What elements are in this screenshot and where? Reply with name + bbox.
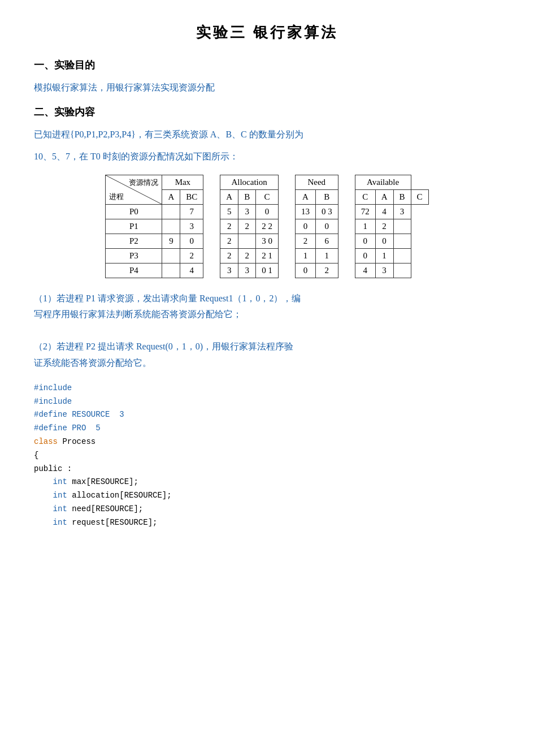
header-top-right: 资源情况 [129, 178, 158, 188]
header-max: Max [162, 175, 203, 189]
code-line-1: #include [34, 382, 500, 395]
section2-body1: 已知进程{P0,P1,P2,P3,P4}，有三类系统资源 A、B、C 的数量分别… [34, 127, 500, 142]
subheader-avail-c: B [393, 189, 411, 204]
subheader-alloc-c: C [256, 189, 279, 204]
table-row-p3: P3 2 2 2 2 1 1 1 0 1 [106, 248, 428, 263]
code-line-11: int request[RESOURCE]; [34, 516, 500, 530]
process-p1: P1 [106, 219, 162, 234]
section2-body2: 10、5、7，在 T0 时刻的资源分配情况如下图所示： [34, 149, 500, 164]
subheader-alloc-b: B [238, 189, 256, 204]
subheader-need-b: B [315, 189, 338, 204]
resource-table-wrapper: 资源情况 进程 Max Allocation Need Available A … [34, 175, 500, 278]
header-available: Available [355, 175, 411, 189]
question-1: （1）若进程 P1 请求资源，发出请求向量 Request1（1，0，2），编 … [34, 291, 500, 323]
code-line-10: int need[RESOURCE]; [34, 503, 500, 516]
subheader-alloc-a: A [220, 189, 238, 204]
subheader-max-bc: BC [180, 189, 203, 204]
table-row-p2: P2 9 0 2 3 0 2 6 0 0 [106, 234, 428, 248]
code-line-2: #include [34, 395, 500, 409]
resource-table: 资源情况 进程 Max Allocation Need Available A … [105, 175, 428, 278]
code-line-9: int allocation[RESOURCE]; [34, 489, 500, 503]
process-p4: P4 [106, 263, 162, 278]
section2-heading: 二、实验内容 [34, 105, 500, 119]
section-1: 一、实验目的 模拟银行家算法，用银行家算法实现资源分配 [34, 58, 500, 95]
header-need: Need [295, 175, 338, 189]
subheader-need-a: A [295, 189, 315, 204]
code-line-5: class Process [34, 435, 500, 449]
section1-body: 模拟银行家算法，用银行家算法实现资源分配 [34, 80, 500, 95]
code-line-6: { [34, 449, 500, 463]
subheader-avail-a: C [355, 189, 375, 204]
process-p2: P2 [106, 234, 162, 248]
table-header-diagonal: 资源情况 进程 [106, 175, 162, 204]
subheader-avail-b: A [375, 189, 393, 204]
table-row-p4: P4 4 3 3 0 1 0 2 4 3 [106, 263, 428, 278]
code-line-4: #define PRO 5 [34, 422, 500, 435]
table-row-p0: P0 7 5 3 0 13 0 3 72 4 3 [106, 204, 428, 219]
process-p3: P3 [106, 248, 162, 263]
subheader-max-a: A [162, 189, 180, 204]
code-line-7: public : [34, 463, 500, 476]
subheader-avail-d: C [411, 189, 428, 204]
page-title: 实验三 银行家算法 [34, 23, 500, 42]
code-line-3: #define RESOURCE 3 [34, 408, 500, 422]
header-bottom-left: 进程 [109, 192, 124, 202]
question-2: （2）若进程 P2 提出请求 Request(0，1，0)，用银行家算法程序验 … [34, 339, 500, 371]
table-row-p1: P1 3 2 2 2 2 0 0 1 2 [106, 219, 428, 234]
section-2: 二、实验内容 已知进程{P0,P1,P2,P3,P4}，有三类系统资源 A、B、… [34, 105, 500, 164]
code-block: #include #include #define RESOURCE 3 #de… [34, 382, 500, 530]
section1-heading: 一、实验目的 [34, 58, 500, 72]
process-p0: P0 [106, 204, 162, 219]
code-line-8: int max[RESOURCE]; [34, 476, 500, 489]
header-allocation: Allocation [220, 175, 279, 189]
